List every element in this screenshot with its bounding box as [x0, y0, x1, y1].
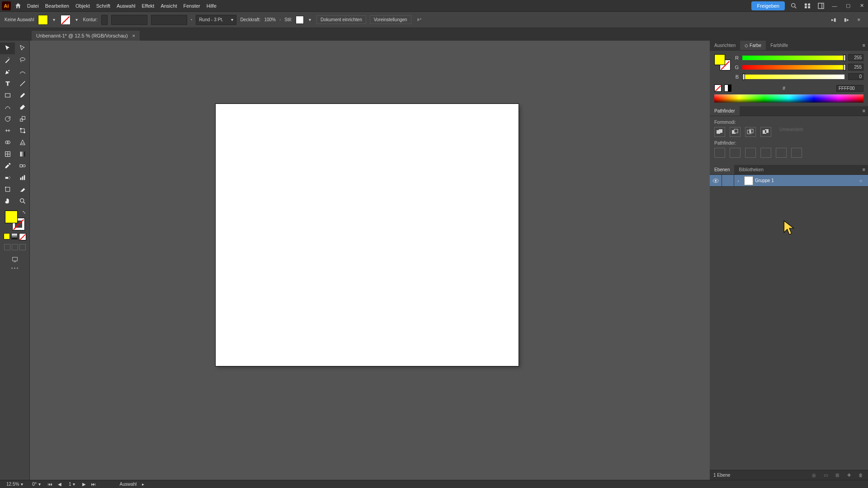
hex-input[interactable]: FFFF00 — [836, 85, 863, 92]
intersect-icon[interactable] — [745, 127, 756, 137]
draw-normal-icon[interactable] — [4, 244, 10, 250]
style-swatch[interactable] — [296, 16, 304, 24]
essentials-icon[interactable]: ▮▸ — [842, 15, 851, 24]
target-icon[interactable]: ○ — [856, 178, 865, 183]
tab-ausrichten[interactable]: Ausrichten — [710, 41, 740, 50]
status-menu-icon[interactable]: ▸ — [142, 482, 144, 487]
selection-tool[interactable] — [0, 42, 15, 54]
rotate-tool[interactable] — [0, 113, 15, 125]
eyedropper-tool[interactable] — [0, 160, 15, 172]
type-tool[interactable] — [0, 78, 15, 89]
gradient-tool[interactable] — [15, 148, 30, 160]
none-color-icon[interactable] — [714, 84, 722, 92]
b-value[interactable]: 0 — [848, 73, 863, 80]
artboard-nav-last-icon[interactable]: ⏭ — [91, 482, 96, 487]
tab-ebenen[interactable]: Ebenen — [710, 165, 734, 174]
divide-icon[interactable] — [714, 148, 725, 158]
opacity-value[interactable]: 100% — [264, 17, 276, 22]
magic-wand-tool[interactable] — [0, 54, 15, 66]
artboard-number[interactable]: 1 ▾ — [67, 482, 77, 487]
gradient-mode-icon[interactable] — [11, 233, 18, 239]
curvature-tool[interactable] — [15, 66, 30, 78]
minus-front-icon[interactable] — [730, 127, 741, 137]
menu-bearbeiten[interactable]: Bearbeiten — [45, 3, 69, 9]
hand-tool[interactable] — [0, 195, 15, 207]
new-sublayer-icon[interactable]: ⊞ — [834, 472, 841, 479]
visibility-icon[interactable] — [710, 178, 722, 183]
arrange-icon[interactable] — [803, 1, 812, 10]
shaper-tool[interactable] — [0, 101, 15, 113]
symbol-sprayer-tool[interactable] — [0, 172, 15, 183]
brush-dropdown[interactable]: Rund - 3 Pt.▾ — [196, 15, 236, 25]
search-icon[interactable] — [789, 1, 798, 10]
menu-datei[interactable]: Datei — [27, 3, 39, 9]
clipping-mask-icon[interactable]: ▭ — [822, 472, 829, 479]
close-window-icon[interactable]: ✕ — [857, 1, 866, 10]
crop-icon[interactable] — [760, 148, 771, 158]
stroke-weight-dropdown[interactable] — [111, 15, 147, 25]
stroke-weight-link[interactable] — [101, 15, 108, 25]
locate-object-icon[interactable]: ◎ — [810, 472, 817, 479]
free-transform-tool[interactable] — [15, 125, 30, 136]
fill-box[interactable] — [5, 211, 18, 223]
panel-menu-icon[interactable]: ≡ — [854, 15, 863, 24]
color-spectrum[interactable] — [714, 94, 863, 103]
minimize-icon[interactable]: — — [830, 1, 839, 10]
width-tool[interactable] — [0, 125, 15, 136]
new-layer-icon[interactable]: ✚ — [845, 472, 853, 479]
draw-behind-icon[interactable] — [12, 244, 18, 250]
document-setup-button[interactable]: Dokument einrichten — [316, 15, 366, 24]
direct-selection-tool[interactable] — [15, 42, 30, 54]
menu-fenster[interactable]: Fenster — [183, 3, 200, 9]
zoom-field[interactable]: 12.5% ▾ — [5, 482, 25, 487]
screen-mode-icon[interactable] — [10, 255, 19, 264]
tab-farbhilfe[interactable]: Farbhilfe — [766, 41, 793, 50]
layers-menu-icon[interactable]: ≡ — [860, 165, 868, 174]
line-tool[interactable] — [15, 78, 30, 89]
outline-icon[interactable] — [776, 148, 787, 158]
rotation-field[interactable]: 0° ▾ — [30, 482, 42, 487]
minus-back-icon[interactable] — [791, 148, 802, 158]
panel-toggle-icon[interactable]: ▸▮ — [829, 15, 838, 24]
preferences-button[interactable]: Voreinstellungen — [370, 15, 411, 24]
align-icon[interactable]: ⊧⁺ — [415, 15, 424, 24]
layer-row[interactable]: › Gruppe 1 ○ — [710, 175, 868, 187]
home-icon[interactable] — [14, 1, 23, 10]
tab-farbe[interactable]: ◇ Farbe — [740, 41, 766, 50]
menu-ansicht[interactable]: Ansicht — [160, 3, 177, 9]
g-slider[interactable] — [742, 65, 844, 70]
color-fill-stroke-mini[interactable] — [714, 54, 731, 70]
lasso-tool[interactable] — [15, 54, 30, 66]
merge-icon[interactable] — [745, 148, 756, 158]
artboard-nav-next-icon[interactable]: ▶ — [82, 482, 86, 487]
fill-swatch[interactable] — [38, 15, 48, 25]
close-tab-icon[interactable]: × — [132, 33, 135, 38]
unite-icon[interactable] — [714, 127, 725, 137]
stroke-swatch[interactable] — [61, 15, 71, 25]
g-value[interactable]: 255 — [848, 64, 863, 70]
stroke-dropdown-icon[interactable]: ▾ — [74, 17, 80, 23]
tab-pathfinder[interactable]: Pathfinder — [710, 106, 740, 116]
menu-auswahl[interactable]: Auswahl — [117, 3, 136, 9]
exclude-icon[interactable] — [760, 127, 771, 137]
graph-tool[interactable] — [15, 172, 30, 183]
expand-layer-icon[interactable]: › — [734, 178, 742, 183]
draw-inside-icon[interactable] — [19, 244, 26, 250]
menu-hilfe[interactable]: Hilfe — [207, 3, 217, 9]
scale-tool[interactable] — [15, 113, 30, 125]
fill-dropdown-icon[interactable]: ▾ — [52, 17, 57, 23]
pathfinder-menu-icon[interactable]: ≡ — [860, 106, 868, 116]
menu-schrift[interactable]: Schrift — [96, 3, 110, 9]
edit-toolbar-icon[interactable] — [0, 267, 29, 269]
maximize-icon[interactable]: ▢ — [844, 1, 853, 10]
none-mode-icon[interactable] — [19, 233, 26, 240]
swap-fill-stroke-icon[interactable]: ⤡ — [22, 210, 26, 215]
delete-layer-icon[interactable]: 🗑 — [857, 472, 864, 479]
paintbrush-tool[interactable] — [15, 89, 30, 101]
fill-stroke-indicator[interactable]: ⤡ — [5, 211, 25, 230]
artboard[interactable] — [216, 104, 519, 366]
slice-tool[interactable] — [15, 183, 30, 195]
artboard-nav-prev-icon[interactable]: ◀ — [58, 482, 61, 487]
menu-objekt[interactable]: Objekt — [75, 3, 90, 9]
trim-icon[interactable] — [730, 148, 741, 158]
